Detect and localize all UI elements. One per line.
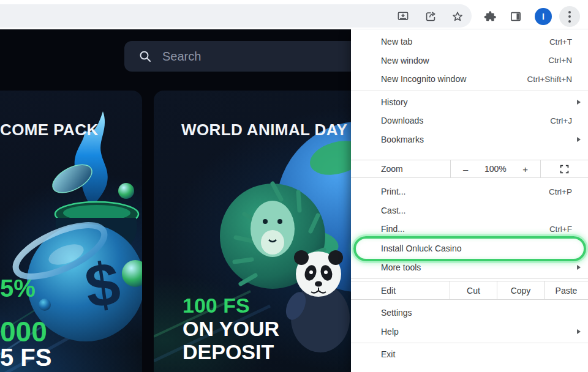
- menu-item-settings[interactable]: Settings: [351, 303, 588, 322]
- banner-title-world-animal-day: WORLD ANIMAL DAY: [181, 121, 347, 140]
- menu-item-cast[interactable]: Cast...: [351, 201, 588, 220]
- menu-separator: [351, 91, 588, 91]
- search-icon: [138, 49, 153, 64]
- banner-title-welcome-pack: COME PACK: [0, 121, 99, 140]
- banner-mid-line3: DEPOSIT: [183, 341, 274, 362]
- zoom-out-button[interactable]: –: [463, 164, 468, 174]
- menu-separator: [351, 343, 588, 343]
- banner-left-line1: 5%: [0, 276, 36, 300]
- menu-item-bookmarks[interactable]: Bookmarks: [351, 130, 588, 149]
- install-pwa-button[interactable]: [396, 9, 410, 24]
- side-panel-button[interactable]: [508, 9, 523, 24]
- extensions-icon: [483, 10, 497, 23]
- banner-left-line3: 5 FS: [0, 345, 51, 370]
- browser-toolbar: I: [0, 0, 588, 29]
- profile-avatar[interactable]: I: [535, 8, 552, 25]
- install-icon: [396, 10, 410, 23]
- submenu-arrow-icon: [577, 265, 581, 270]
- side-panel-icon: [509, 10, 522, 23]
- menu-item-downloads[interactable]: DownloadsCtrl+J: [351, 111, 588, 130]
- menu-item-more-tools[interactable]: More tools: [351, 258, 588, 277]
- fullscreen-icon: [559, 163, 570, 175]
- menu-item-new-window[interactable]: New windowCtrl+N: [351, 51, 588, 70]
- menu-item-help[interactable]: Help: [351, 322, 588, 341]
- chrome-menu: New tabCtrl+TNew windowCtrl+NNew Incogni…: [351, 29, 588, 372]
- shortcut-label: Ctrl+N: [548, 56, 583, 65]
- zoom-controls: –100%+: [450, 160, 541, 177]
- menu-item-new-incognito-window[interactable]: New Incognito windowCtrl+Shift+N: [351, 70, 588, 89]
- fullscreen-button[interactable]: [541, 160, 588, 177]
- menu-dots-icon: [568, 11, 571, 13]
- extensions-button[interactable]: [483, 9, 497, 24]
- bookmark-button[interactable]: [450, 9, 465, 24]
- shortcut-label: Ctrl+P: [549, 187, 583, 196]
- menu-item-exit[interactable]: Exit: [351, 345, 588, 364]
- edit-label: Edit: [351, 281, 450, 299]
- submenu-arrow-icon: [577, 137, 581, 142]
- shortcut-label: Ctrl+J: [550, 116, 583, 125]
- menu-item-new-tab[interactable]: New tabCtrl+T: [351, 32, 588, 51]
- edit-action-copy[interactable]: Copy: [497, 281, 544, 299]
- submenu-arrow-icon: [577, 329, 581, 334]
- edit-action-cut[interactable]: Cut: [450, 281, 497, 299]
- submenu-arrow-icon: [577, 100, 581, 105]
- menu-item-print[interactable]: Print...Ctrl+P: [351, 182, 588, 201]
- menu-zoom-row: Zoom–100%+: [351, 160, 588, 178]
- share-button[interactable]: [423, 9, 438, 24]
- menu-dots-button[interactable]: [559, 6, 580, 27]
- zoom-label: Zoom: [351, 160, 450, 177]
- menu-separator: [351, 278, 588, 279]
- banner-mid-line2: ON YOUR: [183, 318, 279, 339]
- banner-mid-line1: 100 FS: [183, 295, 250, 316]
- shortcut-label: Ctrl+Shift+N: [527, 75, 583, 84]
- zoom-level: 100%: [484, 164, 507, 174]
- shortcut-label: Ctrl+F: [549, 225, 583, 234]
- banner-left-line2: 000: [0, 318, 47, 346]
- promo-card-welcome-pack[interactable]: $ COME PACK 5% 000 5 FS: [0, 91, 142, 372]
- share-icon: [424, 10, 437, 23]
- menu-item-install-onluck-casino[interactable]: Install Onluck Casino: [351, 239, 588, 258]
- menu-item-history[interactable]: History: [351, 93, 588, 112]
- edit-action-paste[interactable]: Paste: [544, 281, 588, 299]
- menu-item-find[interactable]: Find...Ctrl+F: [351, 220, 588, 239]
- screen: $ COME PACK 5% 000 5 FS: [0, 0, 588, 372]
- zoom-in-button[interactable]: +: [522, 164, 528, 174]
- shortcut-label: Ctrl+T: [549, 37, 583, 46]
- menu-edit-row: EditCutCopyPaste: [351, 281, 588, 300]
- bookmark-star-icon: [451, 10, 464, 23]
